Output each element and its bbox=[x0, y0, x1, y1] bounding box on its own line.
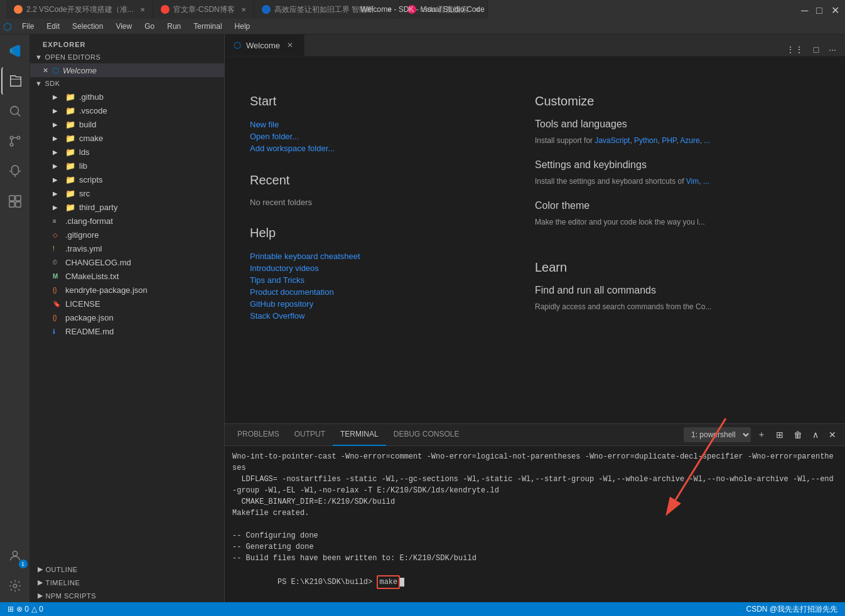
sdk-header[interactable]: ▼ SDK bbox=[30, 77, 224, 90]
settings-keybindings-title: Settings and keybindings bbox=[535, 159, 807, 171]
terminal-content[interactable]: Wno-int-to-pointer-cast -Wno-error=comme… bbox=[225, 446, 845, 602]
menu-file[interactable]: File bbox=[17, 21, 39, 32]
sidebar-item-package-json[interactable]: {} package.json bbox=[30, 311, 224, 324]
terminal-shell-select[interactable]: 1: powershell bbox=[684, 427, 751, 442]
welcome-product-docs-link[interactable]: Product documentation bbox=[250, 286, 522, 298]
sidebar-item-travis[interactable]: ! .travis.yml bbox=[30, 242, 224, 255]
terminal-prompt-line: PS E:\K210\SDK\build> make bbox=[232, 564, 837, 600]
sidebar-item-readme[interactable]: ℹ README.md bbox=[30, 324, 224, 338]
welcome-github-repo-link[interactable]: GitHub repository bbox=[250, 298, 522, 310]
terminal-command[interactable]: make bbox=[377, 575, 400, 589]
toggle-panel-button[interactable]: □ bbox=[810, 43, 822, 56]
open-editors-header[interactable]: ▼ Open Editors bbox=[30, 51, 224, 63]
welcome-tips-tricks-link[interactable]: Tips and Tricks bbox=[250, 274, 522, 286]
more-link-2[interactable]: ... bbox=[703, 177, 709, 186]
more-link[interactable]: ... bbox=[704, 136, 710, 145]
github-arrow-icon: ▶ bbox=[53, 93, 62, 100]
minimize-button[interactable]: ─ bbox=[801, 6, 809, 13]
more-actions-button[interactable]: ··· bbox=[825, 43, 840, 56]
sidebar-item-changelog[interactable]: © CHANGELOG.md bbox=[30, 255, 224, 269]
sidebar-item-cmakelists[interactable]: M CMakeLists.txt bbox=[30, 269, 224, 283]
welcome-title-area bbox=[225, 56, 845, 75]
svg-rect-8 bbox=[15, 202, 20, 207]
browser-tab-2-close[interactable]: ✕ bbox=[241, 6, 246, 13]
menu-bar: ⬡ File Edit Selection View Go Run Termin… bbox=[0, 19, 845, 35]
split-terminal-button[interactable]: ⊞ bbox=[772, 428, 787, 441]
menu-view[interactable]: View bbox=[110, 21, 137, 32]
activity-debug[interactable] bbox=[1, 157, 29, 185]
sidebar-header: Explorer bbox=[30, 35, 224, 51]
split-editor-button[interactable]: ⋮⋮ bbox=[782, 43, 807, 56]
timeline-header[interactable]: ▶ Timeline bbox=[30, 576, 224, 589]
learn-find-commands: Find and run all commands Rapidly access… bbox=[535, 285, 807, 313]
activity-explorer[interactable] bbox=[1, 67, 29, 95]
menu-go[interactable]: Go bbox=[139, 21, 159, 32]
status-bar-right: CSDN @我先去打招游先先 bbox=[743, 604, 840, 615]
welcome-add-workspace-link[interactable]: Add workspace folder... bbox=[250, 142, 522, 154]
debug-console-tab[interactable]: DEBUG CONSOLE bbox=[386, 424, 467, 446]
outline-header[interactable]: ▶ Outline bbox=[30, 563, 224, 576]
welcome-open-folder-link[interactable]: Open folder... bbox=[250, 130, 522, 142]
sidebar-item-src[interactable]: ▶ 📁 src bbox=[30, 186, 224, 200]
npm-scripts-header[interactable]: ▶ NPM Scripts bbox=[30, 589, 224, 602]
sidebar-item-lds[interactable]: ▶ 📁 lds bbox=[30, 145, 224, 159]
activity-settings[interactable] bbox=[1, 572, 29, 600]
welcome-tab[interactable]: ⬡ Welcome ✕ bbox=[225, 35, 304, 56]
close-button[interactable]: ✕ bbox=[831, 6, 839, 13]
welcome-tab-close[interactable]: ✕ bbox=[285, 40, 295, 50]
sidebar-item-third-party[interactable]: ▶ 📁 third_party bbox=[30, 200, 224, 214]
browser-tab-1[interactable]: 2.2 VSCode开发环境搭建（准... ✕ bbox=[6, 0, 153, 19]
welcome-start-section: Start New file Open folder... Add worksp… bbox=[250, 94, 535, 173]
menu-help[interactable]: Help bbox=[230, 21, 256, 32]
sidebar-item-clang-format[interactable]: ≡ .clang-format bbox=[30, 214, 224, 228]
cmake-label: cmake bbox=[79, 134, 103, 143]
output-tab[interactable]: OUTPUT bbox=[287, 424, 333, 446]
sidebar-item-build[interactable]: ▶ 📁 build bbox=[30, 117, 224, 131]
sidebar-item-lib[interactable]: ▶ 📁 lib bbox=[30, 159, 224, 173]
welcome-new-file-link[interactable]: New file bbox=[250, 119, 522, 130]
sidebar-item-vscode[interactable]: ▶ 📁 .vscode bbox=[30, 104, 224, 117]
activity-search[interactable] bbox=[1, 97, 29, 125]
sidebar-item-scripts[interactable]: ▶ 📁 scripts bbox=[30, 173, 224, 186]
svg-point-4 bbox=[10, 143, 13, 146]
activity-vscode[interactable] bbox=[1, 37, 29, 65]
activity-accounts[interactable]: 1 bbox=[1, 542, 29, 570]
folder-icon9: 📁 bbox=[65, 203, 75, 212]
csdn-user[interactable]: CSDN @我先去打招游先先 bbox=[743, 604, 840, 615]
sidebar-item-kendryte-pkg[interactable]: {} kendryte-package.json bbox=[30, 283, 224, 297]
sidebar-item-cmake[interactable]: ▶ 📁 cmake bbox=[30, 131, 224, 145]
azure-link[interactable]: Azure bbox=[680, 136, 699, 145]
maximize-button[interactable]: □ bbox=[816, 6, 824, 13]
js-link[interactable]: JavaScript bbox=[595, 136, 630, 145]
vim-link[interactable]: Vim bbox=[686, 177, 699, 186]
sidebar-welcome-file[interactable]: ✕ ⬡ Welcome bbox=[30, 63, 224, 77]
activity-bar: 1 bbox=[0, 35, 30, 602]
close-icon[interactable]: ✕ bbox=[43, 66, 48, 75]
sidebar-item-license[interactable]: 🔖 LICENSE bbox=[30, 297, 224, 311]
menu-run[interactable]: Run bbox=[162, 21, 186, 32]
terminal-tab[interactable]: TERMINAL bbox=[333, 424, 386, 446]
browser-tab-2[interactable]: 官文章-CSDN博客 ✕ bbox=[153, 0, 254, 19]
maximize-terminal-button[interactable]: ∧ bbox=[809, 428, 822, 441]
terminal-cursor bbox=[400, 578, 404, 587]
kendryte-spacer: {} bbox=[53, 287, 62, 294]
activity-source-control[interactable] bbox=[1, 127, 29, 155]
activity-extensions[interactable] bbox=[1, 188, 29, 215]
menu-edit[interactable]: Edit bbox=[41, 21, 65, 32]
menu-terminal[interactable]: Terminal bbox=[188, 21, 227, 32]
welcome-intro-videos-link[interactable]: Introductory videos bbox=[250, 262, 522, 274]
sidebar-item-github[interactable]: ▶ 📁 .github bbox=[30, 90, 224, 104]
add-terminal-button[interactable]: ＋ bbox=[753, 428, 770, 442]
kill-terminal-button[interactable]: 🗑 bbox=[790, 428, 806, 441]
remote-status[interactable]: ⊞ ⊗ 0 △ 0 bbox=[5, 605, 46, 613]
close-terminal-button[interactable]: ✕ bbox=[825, 428, 840, 441]
browser-tab-1-close[interactable]: ✕ bbox=[140, 6, 145, 13]
menu-selection[interactable]: Selection bbox=[67, 21, 108, 32]
welcome-keyboard-link[interactable]: Printable keyboard cheatsheet bbox=[250, 250, 522, 262]
welcome-stack-overflow-link[interactable]: Stack Overflow bbox=[250, 310, 522, 322]
sidebar-item-gitignore[interactable]: ◇ .gitignore bbox=[30, 228, 224, 242]
python-link[interactable]: Python bbox=[634, 136, 657, 145]
problems-tab[interactable]: PROBLEMS bbox=[230, 424, 287, 446]
php-link[interactable]: PHP bbox=[662, 136, 676, 145]
terminal-area: PROBLEMS OUTPUT TERMINAL DEBUG CONSOLE 1… bbox=[225, 423, 845, 602]
